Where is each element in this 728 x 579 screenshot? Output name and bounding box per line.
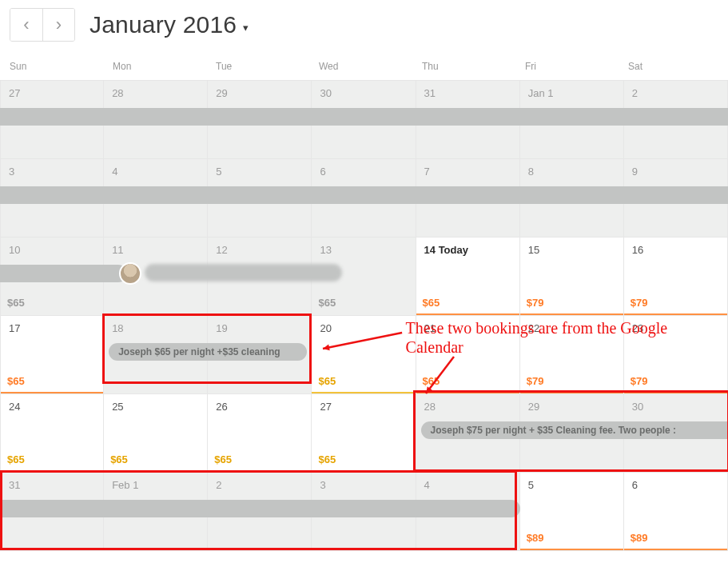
booking-bar-blurred[interactable] [145, 264, 342, 282]
dow-label: Sat [622, 56, 725, 77]
day-number: 6 [312, 159, 415, 184]
day-number: 10 [1, 238, 103, 262]
booking-bar[interactable]: Joseph $65 per night +$35 cleaning [109, 343, 307, 361]
day-number: 29 [520, 394, 623, 419]
day-price: $65 [7, 297, 25, 309]
prev-month-button[interactable]: ‹ [10, 9, 42, 41]
dow-label: Sun [3, 56, 106, 77]
calendar-week: 24$6525$6526$6527$65282930Joseph $75 per… [0, 394, 728, 473]
booking-bar[interactable]: Joseph $75 per night + $35 Cleaning fee.… [421, 421, 728, 439]
calendar-day[interactable]: 25$65 [104, 394, 208, 472]
day-number: 19 [208, 316, 311, 341]
month-title: January 2016 [90, 11, 237, 38]
day-number: 27 [312, 394, 415, 419]
dow-label: Mon [106, 56, 209, 77]
calendar-day[interactable]: 17$65 [0, 316, 104, 393]
day-number: Jan 1 [520, 81, 623, 106]
calendar-week: 31Feb 12345$896$89 [0, 473, 728, 551]
day-number: 6 [624, 473, 727, 497]
day-number: 25 [104, 394, 207, 419]
calendar-day[interactable]: 26$65 [208, 394, 312, 472]
day-price: $89 [631, 532, 648, 544]
calendar-header: ‹ › January 2016 ▾ [0, 0, 728, 56]
day-number: 21 [416, 316, 519, 341]
dow-label: Tue [209, 56, 312, 77]
day-price: $65 [7, 375, 25, 387]
day-number: 13 [312, 238, 415, 262]
calendar-day[interactable]: 6$89 [624, 473, 728, 550]
day-number: 28 [104, 81, 207, 106]
day-number: 12 [208, 238, 311, 262]
calendar-day[interactable]: 15$79 [520, 238, 624, 315]
day-number: 22 [520, 316, 623, 341]
calendar-day[interactable]: 20$65 [312, 316, 416, 393]
day-number: 4 [104, 159, 207, 184]
day-price: $79 [631, 375, 648, 387]
day-number: 26 [208, 394, 311, 419]
day-number: 7 [416, 159, 519, 184]
calendar-week: 17$65181920$6521$6522$7923$79Joseph $65 … [0, 316, 728, 394]
day-price: $79 [631, 297, 648, 309]
day-number: 3 [1, 159, 103, 184]
day-number: 3 [312, 473, 415, 497]
booking-bar[interactable] [0, 265, 127, 282]
day-price: $65 [7, 453, 25, 465]
day-number: 4 [416, 473, 519, 497]
day-number: 27 [1, 81, 103, 106]
calendar-day[interactable]: 14 Today$65 [416, 238, 520, 315]
day-number: 31 [1, 473, 103, 497]
day-number: 9 [624, 159, 727, 184]
day-price: $65 [110, 453, 128, 465]
day-price: $65 [318, 375, 336, 387]
day-price: $89 [527, 532, 544, 544]
dow-label: Fri [519, 56, 622, 77]
month-nav: ‹ › [10, 8, 75, 42]
calendar-day[interactable]: 22$79 [520, 316, 624, 393]
calendar-week: 3456789 [0, 159, 728, 238]
day-number: 20 [312, 316, 415, 341]
day-number: 2 [624, 81, 727, 106]
day-number: 17 [1, 316, 103, 341]
calendar-grid: 2728293031Jan 12345678910$65111213$6514 … [0, 80, 728, 551]
calendar-day[interactable]: 16$79 [624, 238, 728, 315]
blocked-bar [0, 500, 520, 517]
day-price: $79 [527, 297, 544, 309]
blocked-bar [0, 186, 728, 204]
dow-label: Wed [312, 56, 416, 77]
chevron-down-icon: ▾ [243, 22, 249, 34]
calendar-day[interactable]: 5$89 [520, 473, 624, 550]
calendar-day[interactable]: 23$79 [624, 316, 728, 393]
calendar-day[interactable]: 21$65 [416, 316, 520, 393]
day-of-week-header: SunMonTueWedThuFriSat [0, 56, 728, 80]
day-price: $65 [423, 375, 440, 387]
calendar-week: 10$65111213$6514 Today$6515$7916$79 [0, 238, 728, 316]
day-number: 8 [520, 159, 623, 184]
day-number: 5 [208, 159, 311, 184]
next-month-button[interactable]: › [42, 9, 74, 41]
day-number: 5 [520, 473, 623, 497]
blocked-bar [0, 108, 728, 126]
day-number: Feb 1 [104, 473, 207, 497]
day-number: 24 [1, 394, 103, 419]
day-number: 18 [104, 316, 207, 341]
calendar-day[interactable]: 27$65 [312, 394, 416, 472]
day-number: 15 [520, 238, 623, 262]
day-number: 31 [416, 81, 519, 106]
day-number: 29 [208, 81, 311, 106]
day-price: $65 [318, 297, 336, 309]
day-price: $65 [318, 453, 336, 465]
day-number: 11 [104, 238, 207, 262]
calendar-day[interactable]: 24$65 [0, 394, 104, 472]
day-number: 23 [624, 316, 727, 341]
day-price: $65 [423, 297, 440, 309]
guest-avatar [119, 262, 141, 285]
day-number: 16 [624, 238, 727, 262]
day-price: $65 [214, 453, 232, 465]
month-picker[interactable]: January 2016 ▾ [90, 11, 249, 38]
dow-label: Thu [416, 56, 519, 77]
day-price: $79 [527, 375, 544, 387]
today-label: 14 Today [416, 238, 519, 262]
day-number: 30 [312, 81, 415, 106]
day-number: 2 [208, 473, 311, 497]
day-number: 30 [624, 394, 727, 419]
